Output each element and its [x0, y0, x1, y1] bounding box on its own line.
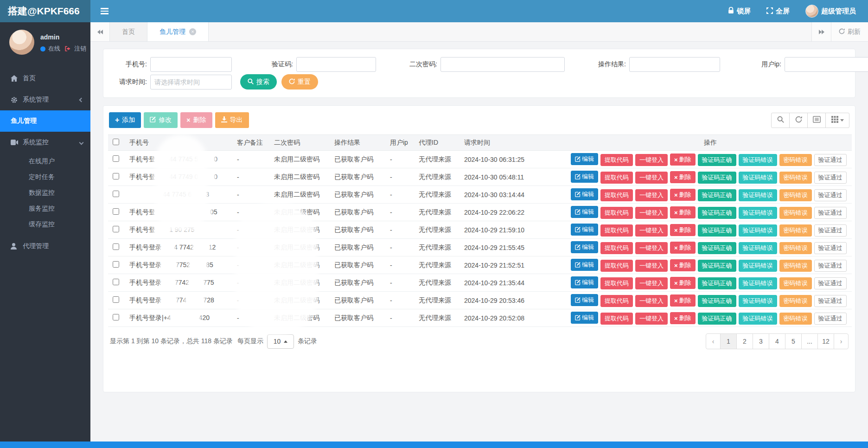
- sidebar-item-system-mgmt[interactable]: 系统管理: [0, 89, 90, 110]
- sidebar-item-system-monitor[interactable]: 系统监控: [0, 132, 90, 153]
- close-icon[interactable]: ×: [189, 28, 196, 35]
- table-columns-button[interactable]: [825, 113, 849, 128]
- extract-code-button[interactable]: 提取代码: [600, 260, 633, 272]
- row-checkbox[interactable]: [113, 296, 119, 303]
- page-ellipsis[interactable]: ...: [801, 333, 818, 349]
- captcha-correct-button[interactable]: 验证码正确: [698, 277, 736, 289]
- verify-pass-button[interactable]: 验证通过: [814, 313, 847, 325]
- edit-button[interactable]: 编辑: [571, 294, 598, 306]
- code-input[interactable]: [296, 57, 376, 72]
- delete-button[interactable]: ×删除: [670, 312, 696, 324]
- table-detail-view-button[interactable]: [807, 113, 826, 128]
- next-page-button[interactable]: ›: [834, 333, 849, 349]
- password-wrong-button[interactable]: 密码错误: [779, 277, 812, 289]
- extract-code-button[interactable]: 提取代码: [600, 154, 633, 166]
- table-refresh-button[interactable]: [789, 113, 808, 128]
- page-button-5[interactable]: 5: [785, 333, 802, 349]
- edit-button[interactable]: 编辑: [571, 171, 598, 183]
- page-button-4[interactable]: 4: [769, 333, 785, 349]
- row-checkbox[interactable]: [113, 208, 119, 215]
- captcha-wrong-button[interactable]: 验证码错误: [739, 260, 777, 272]
- sidebar-item-fish-mgmt[interactable]: 鱼儿管理: [0, 110, 90, 132]
- page-button-2[interactable]: 2: [736, 333, 753, 349]
- tab-refresh-button[interactable]: 刷新: [831, 22, 868, 41]
- verify-pass-button[interactable]: 验证通过: [814, 260, 847, 272]
- edit-button[interactable]: 编辑: [571, 224, 598, 236]
- delete-button[interactable]: ×删除: [670, 259, 696, 271]
- one-click-login-button[interactable]: 一键登入: [635, 260, 668, 272]
- one-click-login-button[interactable]: 一键登入: [635, 313, 668, 325]
- row-checkbox[interactable]: [113, 155, 119, 162]
- verify-pass-button[interactable]: 验证通过: [814, 172, 847, 184]
- phone-input[interactable]: [150, 57, 232, 72]
- page-size-select[interactable]: 10: [267, 334, 294, 349]
- captcha-correct-button[interactable]: 验证码正确: [698, 189, 736, 201]
- ip-input[interactable]: [785, 57, 868, 72]
- row-checkbox[interactable]: [113, 191, 119, 197]
- row-checkbox[interactable]: [113, 173, 119, 179]
- sidebar-subitem-cron-tasks[interactable]: 定时任务: [0, 169, 90, 185]
- one-click-login-button[interactable]: 一键登入: [635, 224, 668, 237]
- extract-code-button[interactable]: 提取代码: [600, 242, 633, 254]
- one-click-login-button[interactable]: 一键登入: [635, 242, 668, 254]
- captcha-correct-button[interactable]: 验证码正确: [698, 242, 736, 254]
- one-click-login-button[interactable]: 一键登入: [635, 295, 668, 307]
- captcha-correct-button[interactable]: 验证码正确: [698, 260, 736, 272]
- delete-button[interactable]: ×删除: [670, 171, 696, 183]
- verify-pass-button[interactable]: 验证通过: [814, 207, 847, 219]
- delete-button[interactable]: ×删除: [670, 206, 696, 218]
- second-pwd-input[interactable]: [440, 57, 565, 72]
- extract-code-button[interactable]: 提取代码: [600, 277, 633, 289]
- row-checkbox[interactable]: [113, 314, 119, 320]
- extract-code-button[interactable]: 提取代码: [600, 313, 633, 325]
- one-click-login-button[interactable]: 一键登入: [635, 154, 668, 166]
- add-button[interactable]: +添加: [109, 112, 141, 128]
- captcha-wrong-button[interactable]: 验证码错误: [739, 242, 777, 254]
- password-wrong-button[interactable]: 密码错误: [779, 313, 812, 325]
- edit-button[interactable]: 编辑: [571, 241, 598, 253]
- captcha-wrong-button[interactable]: 验证码错误: [739, 277, 777, 289]
- delete-button[interactable]: ×删除: [670, 294, 696, 307]
- edit-button[interactable]: 编辑: [571, 206, 598, 218]
- captcha-correct-button[interactable]: 验证码正确: [698, 313, 736, 325]
- logout-button[interactable]: 注销: [74, 45, 86, 53]
- result-input[interactable]: [629, 57, 720, 72]
- tab-home[interactable]: 首页: [110, 22, 147, 41]
- reset-button[interactable]: 重置: [281, 74, 318, 90]
- row-checkbox[interactable]: [113, 261, 119, 268]
- delete-button[interactable]: ×删除: [670, 154, 696, 166]
- captcha-wrong-button[interactable]: 验证码错误: [739, 189, 777, 201]
- extract-code-button[interactable]: 提取代码: [600, 295, 633, 307]
- sidebar-subitem-online-users[interactable]: 在线用户: [0, 153, 90, 169]
- row-checkbox[interactable]: [113, 226, 119, 232]
- sidebar-subitem-cache-monitor[interactable]: 缓存监控: [0, 216, 90, 232]
- verify-pass-button[interactable]: 验证通过: [814, 224, 847, 237]
- page-button-1[interactable]: 1: [720, 333, 737, 349]
- password-wrong-button[interactable]: 密码错误: [779, 207, 812, 219]
- row-checkbox[interactable]: [113, 279, 119, 285]
- captcha-correct-button[interactable]: 验证码正确: [698, 172, 736, 184]
- password-wrong-button[interactable]: 密码错误: [779, 260, 812, 272]
- user-menu[interactable]: 超级管理员: [805, 5, 856, 18]
- select-all-checkbox[interactable]: [113, 139, 119, 145]
- delete-button[interactable]: ×删除: [670, 242, 696, 254]
- time-input[interactable]: [150, 75, 232, 90]
- captcha-wrong-button[interactable]: 验证码错误: [739, 313, 777, 325]
- edit-button[interactable]: 编辑: [571, 259, 598, 271]
- edit-button[interactable]: 编辑: [571, 188, 598, 200]
- delete-button[interactable]: ×删除: [670, 189, 696, 201]
- captcha-wrong-button[interactable]: 验证码错误: [739, 172, 777, 184]
- captcha-correct-button[interactable]: 验证码正确: [698, 224, 736, 237]
- one-click-login-button[interactable]: 一键登入: [635, 189, 668, 201]
- extract-code-button[interactable]: 提取代码: [600, 172, 633, 184]
- tab-fish-mgmt[interactable]: 鱼儿管理 ×: [147, 22, 209, 41]
- lock-screen-button[interactable]: 锁屏: [728, 7, 751, 16]
- password-wrong-button[interactable]: 密码错误: [779, 295, 812, 307]
- tabs-scroll-right-button[interactable]: [811, 22, 831, 41]
- one-click-login-button[interactable]: 一键登入: [635, 277, 668, 289]
- captcha-correct-button[interactable]: 验证码正确: [698, 154, 736, 166]
- password-wrong-button[interactable]: 密码错误: [779, 189, 812, 201]
- table-search-button[interactable]: [771, 113, 790, 128]
- extract-code-button[interactable]: 提取代码: [600, 224, 633, 237]
- password-wrong-button[interactable]: 密码错误: [779, 224, 812, 237]
